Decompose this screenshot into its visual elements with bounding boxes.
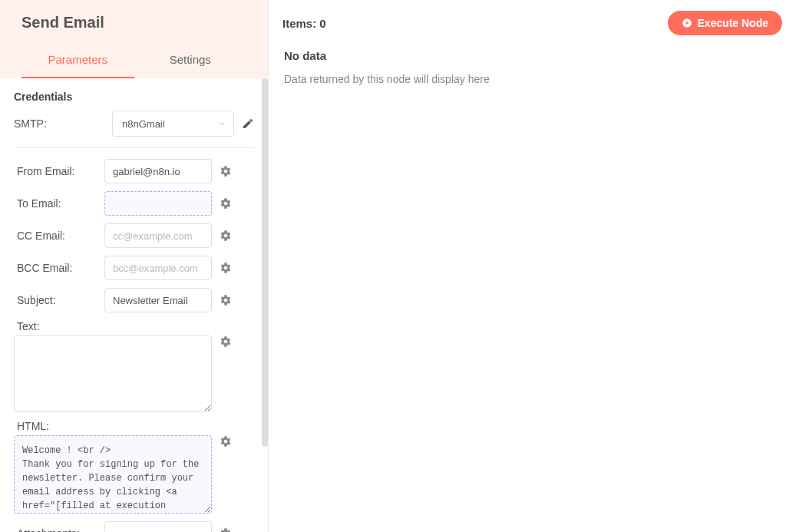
to-email-label: To Email:	[14, 197, 104, 210]
bcc-email-input[interactable]	[104, 256, 212, 280]
attachments-label: Attachments:	[14, 527, 104, 532]
subject-row: Subject:	[14, 288, 254, 312]
subject-input[interactable]	[104, 288, 212, 312]
bcc-email-row: BCC Email:	[14, 256, 254, 280]
from-email-input[interactable]	[104, 159, 212, 183]
gear-icon[interactable]	[220, 197, 232, 210]
hint-text: Data returned by this node will display …	[282, 73, 782, 85]
text-block: Text:	[14, 320, 254, 412]
node-title: Send Email	[21, 14, 246, 31]
smtp-label: SMTP:	[14, 117, 104, 130]
subject-label: Subject:	[14, 294, 104, 306]
text-label: Text:	[14, 320, 254, 332]
smtp-select-wrap: n8nGmail	[112, 111, 234, 137]
right-panel: Items: 0 Execute Node No data Data retur…	[269, 0, 796, 532]
execute-node-button[interactable]: Execute Node	[668, 11, 782, 35]
to-email-row: To Email:	[14, 191, 254, 216]
attachments-input[interactable]	[104, 521, 212, 532]
gear-icon[interactable]	[220, 165, 232, 177]
cc-email-input[interactable]	[104, 223, 212, 248]
attachments-row: Attachments:	[14, 521, 254, 532]
gear-icon[interactable]	[220, 335, 232, 348]
from-email-label: From Email:	[14, 165, 104, 177]
text-textarea[interactable]	[14, 335, 212, 412]
form-area[interactable]: Credentials SMTP: n8nGmail From Email:	[0, 78, 268, 532]
smtp-select-value: n8nGmail	[122, 118, 165, 130]
left-panel: Send Email Parameters Settings Credentia…	[0, 0, 269, 532]
gear-icon[interactable]	[220, 230, 232, 242]
smtp-select[interactable]: n8nGmail	[112, 111, 234, 137]
html-block: HTML:	[14, 420, 254, 514]
gear-icon[interactable]	[220, 262, 232, 274]
bcc-email-label: BCC Email:	[14, 262, 104, 274]
gear-icon[interactable]	[220, 294, 232, 306]
scrollbar[interactable]	[262, 78, 268, 447]
to-email-input[interactable]	[104, 191, 212, 216]
cc-email-label: CC Email:	[14, 230, 104, 242]
no-data-label: No data	[282, 49, 782, 62]
items-count: Items: 0	[282, 17, 326, 30]
execute-node-label: Execute Node	[697, 17, 768, 29]
panel-header: Send Email Parameters Settings	[0, 0, 268, 78]
tabs: Parameters Settings	[21, 44, 246, 78]
tab-settings[interactable]: Settings	[134, 44, 247, 78]
credentials-section-label: Credentials	[14, 91, 254, 103]
right-header: Items: 0 Execute Node	[282, 11, 782, 35]
from-email-row: From Email:	[14, 159, 254, 183]
html-label: HTML:	[14, 420, 254, 432]
gear-icon[interactable]	[220, 527, 232, 532]
pencil-icon[interactable]	[242, 117, 254, 130]
html-textarea[interactable]	[14, 435, 212, 514]
cc-email-row: CC Email:	[14, 223, 254, 248]
credential-row: SMTP: n8nGmail	[14, 111, 254, 148]
gear-icon[interactable]	[220, 435, 232, 448]
tab-parameters[interactable]: Parameters	[21, 44, 134, 78]
play-icon	[682, 18, 692, 28]
